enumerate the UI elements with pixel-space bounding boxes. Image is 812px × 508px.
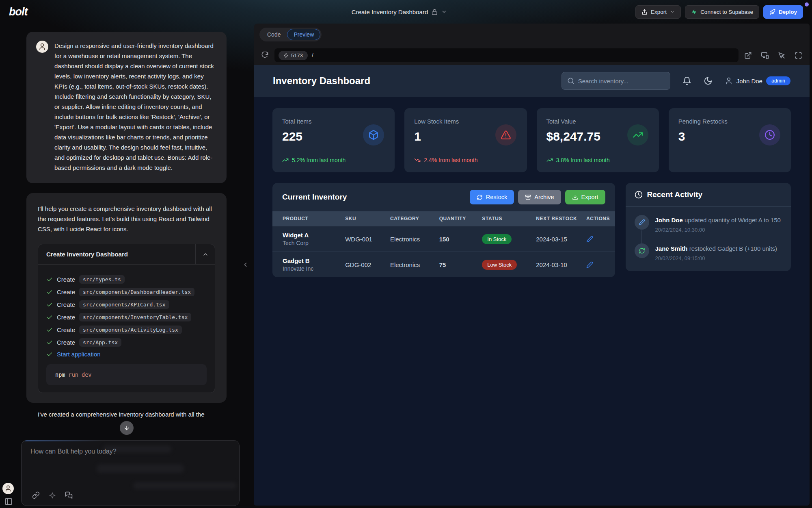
- tab-code[interactable]: Code: [261, 29, 287, 40]
- start-application-link[interactable]: Start application: [57, 351, 101, 358]
- archive-icon: [525, 194, 531, 200]
- dark-mode-moon-icon[interactable]: [704, 76, 713, 85]
- bell-icon[interactable]: [682, 76, 691, 85]
- sidebar-toggle-icon[interactable]: [4, 497, 13, 506]
- search-input[interactable]: [578, 78, 659, 85]
- sparkles-icon[interactable]: [49, 492, 56, 499]
- check-icon: [46, 302, 53, 308]
- terminal-command: npm run dev: [46, 364, 207, 385]
- user-name: John Doe: [736, 78, 762, 85]
- kpi-grid: Total Items 225 5.2% from last month Low…: [272, 108, 791, 172]
- file-pill[interactable]: src/components/InventoryTable.tsx: [79, 313, 191, 321]
- search-box[interactable]: [561, 72, 670, 90]
- view-toggle: Code Preview: [259, 28, 322, 41]
- port-pill[interactable]: 5173: [279, 51, 308, 60]
- task-item: Create src/components/ActivityLog.tsx: [46, 326, 207, 334]
- bolt-logo[interactable]: bolt: [9, 6, 27, 18]
- chat-mode-icon[interactable]: [65, 491, 73, 499]
- start-application-item: Start application: [46, 351, 207, 358]
- edit-icon[interactable]: [586, 261, 609, 268]
- user-message-card: Design a responsive and user-friendly in…: [26, 32, 227, 183]
- connect-supabase-button[interactable]: Connect to Supabase: [685, 5, 759, 19]
- url-field[interactable]: 5173 /: [274, 48, 739, 62]
- task-item: Create src/components/DashboardHeader.ts…: [46, 288, 207, 296]
- preview-urlbar: 5173 /: [254, 46, 810, 65]
- task-item: Create src/components/InventoryTable.tsx: [46, 313, 207, 321]
- inspector-cursor-icon[interactable]: [778, 52, 786, 59]
- chevron-down-icon: [670, 9, 675, 14]
- trending-down-icon: [414, 157, 421, 163]
- view-tabbar: Code Preview: [254, 24, 810, 46]
- assistant-message-card: I'll help you create a comprehensive inv…: [26, 193, 227, 403]
- file-pill[interactable]: src/App.tsx: [79, 338, 121, 347]
- search-icon: [567, 77, 574, 85]
- task-card: Create Inventory Dashboard Create src/ty…: [38, 244, 215, 393]
- kpi-card-low-stock: Low Stock Items 1 2.4% from last month: [404, 108, 527, 172]
- file-pill[interactable]: src/types.ts: [79, 275, 125, 284]
- edit-icon[interactable]: [586, 236, 609, 243]
- check-icon: [46, 327, 53, 333]
- task-item: Create src/components/KPICard.tsx: [46, 300, 207, 309]
- collapse-chat-panel-button[interactable]: [242, 261, 249, 268]
- recent-activity-card: Recent Activity John Doe updated qu: [626, 183, 791, 271]
- restock-button[interactable]: Restock: [470, 190, 514, 204]
- alert-triangle-icon: [495, 124, 516, 145]
- chevron-up-icon: [202, 251, 209, 258]
- lock-icon: [432, 9, 438, 15]
- rocket-icon: [769, 9, 775, 15]
- table-header-row: Product SKU Category Quantity Status Nex…: [272, 211, 615, 226]
- role-badge: admin: [766, 76, 790, 85]
- supabase-bolt-icon: [691, 9, 697, 15]
- topbar: bolt Create Inventory Dashboard Export C…: [0, 0, 812, 24]
- check-icon: [46, 276, 53, 283]
- trending-up-icon: [282, 157, 289, 163]
- clock-icon: [635, 191, 643, 199]
- arrow-down-icon: [123, 425, 130, 431]
- edit-icon: [635, 215, 649, 230]
- user-icon: [725, 77, 733, 85]
- refresh-icon: [477, 194, 483, 200]
- deploy-button[interactable]: Deploy: [763, 5, 803, 19]
- tab-preview[interactable]: Preview: [287, 29, 320, 40]
- table-row: Widget A Tech Corp WDG-001 Electronics 1…: [272, 226, 615, 252]
- open-external-icon[interactable]: [744, 52, 752, 59]
- assistant-outro-text: I've created a comprehensive inventory d…: [38, 409, 221, 419]
- input-accent-line: [22, 441, 103, 441]
- export-csv-button[interactable]: Export: [565, 190, 605, 204]
- archive-button[interactable]: Archive: [518, 190, 561, 204]
- trending-up-icon: [627, 124, 648, 145]
- preview-frame: Inventory Dashboard John Doe admin Total…: [254, 65, 810, 506]
- file-pill[interactable]: src/components/DashboardHeader.tsx: [79, 288, 194, 296]
- chat-panel: Design a responsive and user-friendly in…: [0, 24, 254, 508]
- user-menu[interactable]: John Doe admin: [725, 76, 790, 85]
- collapse-task-card-button[interactable]: [195, 244, 215, 264]
- workbench-panel: Code Preview 5173 / Inventory Dashboard: [254, 24, 810, 506]
- file-pill[interactable]: src/components/KPICard.tsx: [79, 300, 169, 309]
- file-pill[interactable]: src/components/ActivityLog.tsx: [79, 326, 182, 334]
- responsive-devices-icon[interactable]: [761, 51, 769, 59]
- table-row: Gadget B Innovate Inc GDG-002 Electronic…: [272, 252, 615, 278]
- account-avatar[interactable]: [2, 483, 14, 494]
- check-icon: [46, 289, 53, 295]
- kpi-card-pending-restocks: Pending Restocks 3: [669, 108, 791, 172]
- plug-icon: [283, 53, 289, 58]
- activity-item: Jane Smith restocked Gadget B (+100 unit…: [635, 243, 782, 261]
- inventory-title: Current Inventory: [282, 193, 347, 202]
- user-message-text: Design a responsive and user-friendly in…: [54, 41, 217, 173]
- check-icon: [46, 314, 53, 321]
- attach-link-icon[interactable]: [32, 491, 40, 499]
- user-avatar: [36, 41, 48, 53]
- chat-input-box[interactable]: [21, 440, 240, 506]
- chevron-down-icon[interactable]: [441, 9, 447, 15]
- assistant-intro-text: I'll help you create a comprehensive inv…: [38, 204, 215, 234]
- package-icon: [363, 124, 384, 145]
- task-card-title: Create Inventory Dashboard: [38, 244, 195, 264]
- reload-icon[interactable]: [261, 52, 269, 59]
- check-icon: [46, 351, 53, 358]
- chat-input-field[interactable]: [30, 448, 225, 484]
- fullscreen-icon[interactable]: [795, 52, 802, 59]
- project-title-wrap[interactable]: Create Inventory Dashboard: [352, 9, 447, 15]
- dashboard-header: Inventory Dashboard John Doe admin: [254, 65, 810, 97]
- export-button[interactable]: Export: [635, 5, 681, 19]
- scroll-to-bottom-button[interactable]: [120, 421, 134, 435]
